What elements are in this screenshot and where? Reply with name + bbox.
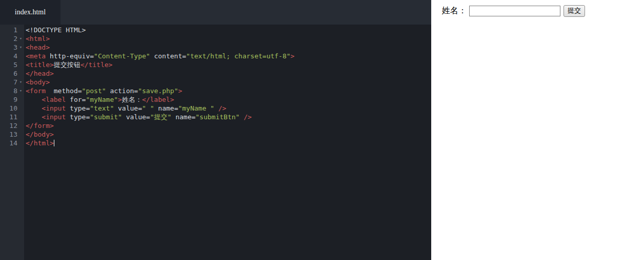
tab-title: index.html [15,8,46,16]
code-token: "Content-Type" [94,52,150,60]
code-token: "save.php" [138,87,178,95]
line-number: 8 [0,86,17,95]
code-token: name= [171,113,195,121]
code-line[interactable]: 1<!DOCTYPE HTML> [0,26,431,34]
code-line-text: <head> [24,43,50,52]
fold-spacer [17,121,24,130]
code-token: http-equiv= [46,52,94,60]
code-line[interactable]: 9 <label for="myName">姓名：</label> [0,95,431,104]
fold-spacer [17,60,24,69]
code-line-text: <body> [24,78,50,86]
code-line-text: <html> [24,34,50,43]
code-token: 姓名： [122,96,142,103]
tab-index-html[interactable]: index.html [0,0,61,25]
line-number: 7 [0,78,17,86]
code-token: name= [154,104,178,112]
code-token: </html> [26,139,54,147]
code-token [214,104,218,112]
fold-spacer [17,69,24,78]
code-line[interactable]: 13</body> [0,130,431,139]
code-token: <label [42,96,66,103]
code-token [26,96,42,103]
code-line[interactable]: 11 <input type="submit" value="提交" name=… [0,113,431,121]
code-token: "post" [82,87,106,95]
fold-spacer [17,139,24,147]
code-token: for= [66,96,86,103]
code-token: value= [122,113,150,121]
line-number: 9 [0,95,17,104]
fold-toggle-icon[interactable]: ▾ [17,43,24,52]
code-line[interactable]: 10 <input type="text" value=" " name="my… [0,104,431,113]
code-area[interactable]: 1<!DOCTYPE HTML>2▾<html>3▾<head>4<meta h… [0,25,431,260]
code-token: <meta [26,52,46,60]
code-token: > [118,96,122,103]
line-number: 3 [0,43,17,52]
code-token: </title> [80,61,113,69]
code-token: action= [106,87,138,95]
fold-spacer [17,104,24,113]
code-token [26,113,42,121]
code-token: > [178,87,182,95]
code-line[interactable]: 3▾<head> [0,43,431,52]
line-number: 11 [0,113,17,121]
code-token: <input [42,113,66,121]
line-number: 10 [0,104,17,113]
line-number: 1 [0,26,17,34]
code-line[interactable]: 12</form> [0,121,431,130]
fold-toggle-icon[interactable]: ▾ [17,78,24,86]
name-input[interactable] [469,6,560,16]
code-token: <!DOCTYPE HTML> [26,26,86,34]
code-token: method= [46,87,82,95]
code-line-text: <!DOCTYPE HTML> [24,26,86,34]
code-token: "text" [90,104,114,112]
fold-toggle-icon[interactable]: ▾ [17,34,24,43]
code-token: <html> [26,35,50,42]
code-line[interactable]: 4<meta http-equiv="Content-Type" content… [0,52,431,60]
fold-spacer [17,95,24,104]
app-window: index.html 1<!DOCTYPE HTML>2▾<html>3▾<he… [0,0,644,260]
code-line[interactable]: 8▾<form method="post" action="save.php"> [0,86,431,95]
text-cursor [54,140,54,146]
code-line-text: <title>提交按钮</title> [24,60,112,69]
code-token: "提交" [150,113,172,121]
code-line[interactable]: 6</head> [0,69,431,78]
code-line-text: </body> [24,130,54,139]
code-token: <body> [26,78,50,86]
fold-spacer [17,130,24,139]
code-line[interactable]: 14</html> [0,139,431,147]
code-token: "submitBtn" [195,113,239,121]
line-number: 13 [0,130,17,139]
code-token: content= [150,52,186,60]
code-token: > [291,52,295,60]
line-number: 14 [0,139,17,147]
submit-button[interactable]: 提交 [564,5,585,17]
code-line-text: </html> [24,139,54,147]
code-line-text: <meta http-equiv="Content-Type" content=… [24,52,294,60]
code-line[interactable]: 7▾<body> [0,78,431,86]
fold-spacer [17,52,24,60]
code-token: <head> [26,44,50,51]
code-token: /> [244,113,252,121]
code-line-text: <input type="submit" value="提交" name="su… [24,113,252,121]
code-token: /> [218,104,227,112]
code-token: "submit" [90,113,122,121]
browser-preview-pane: 姓名： 提交 [431,0,644,260]
code-line[interactable]: 2▾<html> [0,34,431,43]
code-token: 提交按钮 [54,61,80,69]
fold-spacer [17,113,24,121]
code-line-text: </form> [24,121,54,130]
code-token: type= [66,113,90,121]
code-token: </label> [142,96,174,103]
code-token: </body> [26,131,54,138]
fold-toggle-icon[interactable]: ▾ [17,86,24,95]
code-token: <form [26,87,46,95]
line-number: 4 [0,52,17,60]
code-token: "myName" [86,96,118,103]
code-line[interactable]: 5<title>提交按钮</title> [0,60,431,69]
code-line-text: </head> [24,69,54,78]
code-token: <title> [26,61,54,69]
code-line-text: <label for="myName">姓名：</label> [24,95,174,104]
name-label: 姓名： [442,6,467,16]
code-token [26,104,42,112]
name-form: 姓名： 提交 [431,0,644,21]
